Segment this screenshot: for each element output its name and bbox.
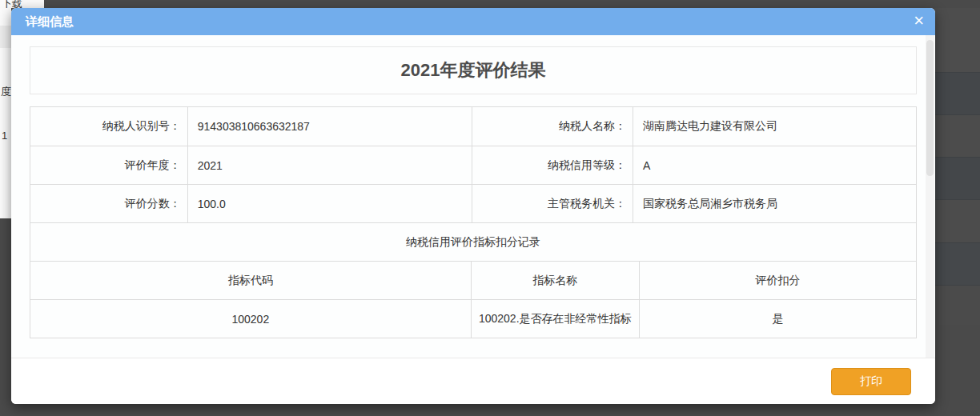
background-dim-row <box>935 8 980 72</box>
result-title-box: 2021年度评价结果 <box>30 46 917 94</box>
indicator-header-row: 指标代码 指标名称 评价扣分 <box>30 261 916 299</box>
modal-scrollbar[interactable] <box>926 35 934 366</box>
indicator-name-value: 100202.是否存在非经常性指标 <box>471 300 639 338</box>
taxpayer-id-label: 纳税人识别号： <box>30 107 187 146</box>
deduction-header: 评价扣分 <box>639 262 916 299</box>
eval-year-value: 2021 <box>187 146 472 184</box>
deduction-record-section-title: 纳税信用评价指标扣分记录 <box>30 223 916 261</box>
background-text-fragment-top: 下载 <box>0 0 44 8</box>
background-row-band <box>0 26 11 48</box>
screen: 下载 度 1 详细信息 × 2021年度评价结果 纳税人识别号： 9143038 <box>0 0 980 416</box>
table-row: 评价年度： 2021 纳税信用等级： A <box>30 146 916 184</box>
indicator-name-header: 指标名称 <box>471 262 639 299</box>
background-page-strip-left: 度 1 <box>0 8 11 218</box>
background-dim-row <box>935 114 980 157</box>
credit-grade-value: A <box>633 146 916 184</box>
result-title: 2021年度评价结果 <box>401 58 546 82</box>
background-text-fragment-bottom: 1 <box>2 130 7 142</box>
table-row: 评价分数： 100.0 主管税务机关： 国家税务总局湘乡市税务局 <box>30 184 916 222</box>
modal-body: 2021年度评价结果 纳税人识别号： 914303810663632187 纳税… <box>11 35 935 338</box>
table-row: 纳税人识别号： 914303810663632187 纳税人名称： 湖南腾达电力… <box>30 107 916 146</box>
background-dimmed-strip-right <box>935 0 980 416</box>
close-icon[interactable]: × <box>914 8 924 35</box>
credit-grade-label: 纳税信用等级： <box>472 146 633 184</box>
background-dim-row <box>935 199 980 242</box>
modal-header: 详细信息 × <box>11 8 935 35</box>
evaluation-table: 纳税人识别号： 914303810663632187 纳税人名称： 湖南腾达电力… <box>30 106 917 338</box>
tax-authority-label: 主管税务机关： <box>472 185 633 222</box>
modal-footer: 打印 <box>11 358 935 404</box>
indicator-code-header: 指标代码 <box>30 262 471 299</box>
background-dim-row <box>935 72 980 114</box>
background-dim-row <box>935 285 980 325</box>
tax-authority-value: 国家税务总局湘乡市税务局 <box>633 185 916 222</box>
print-button[interactable]: 打印 <box>831 368 911 395</box>
eval-year-label: 评价年度： <box>30 146 187 184</box>
taxpayer-name-label: 纳税人名称： <box>472 107 633 146</box>
eval-score-label: 评价分数： <box>30 185 187 222</box>
taxpayer-name-value: 湖南腾达电力建设有限公司 <box>633 107 916 146</box>
modal-title: 详细信息 <box>26 14 74 28</box>
taxpayer-id-value: 914303810663632187 <box>187 107 472 146</box>
detail-info-modal: 详细信息 × 2021年度评价结果 纳税人识别号： 91430381066363… <box>11 8 935 404</box>
background-text-fragment-mid: 度 <box>1 85 11 99</box>
deduction-value: 是 <box>639 300 916 338</box>
background-dim-row <box>935 242 980 285</box>
scrollbar-thumb[interactable] <box>926 40 934 176</box>
section-title-row: 纳税信用评价指标扣分记录 <box>30 222 916 261</box>
indicator-code-value: 100202 <box>30 300 471 338</box>
indicator-data-row: 100202 100202.是否存在非经常性指标 是 <box>30 299 916 338</box>
eval-score-value: 100.0 <box>187 185 472 222</box>
background-dim-row <box>935 157 980 199</box>
